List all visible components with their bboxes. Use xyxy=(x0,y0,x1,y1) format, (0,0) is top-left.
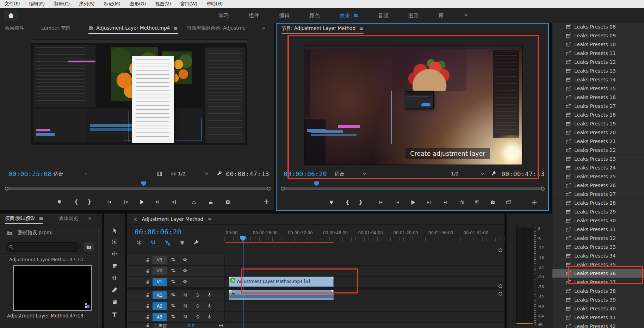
razor-tool[interactable] xyxy=(110,261,119,271)
effects-preset-item[interactable]: Leaks Presets 23 xyxy=(552,155,644,163)
scrollbar-knob-right[interactable] xyxy=(541,187,545,191)
export-frame-button[interactable] xyxy=(223,197,232,206)
menu-item[interactable]: 窗口(W) xyxy=(175,1,202,7)
mark-out-button[interactable]: } xyxy=(356,198,365,207)
menu-item[interactable]: 编辑(E) xyxy=(25,1,49,7)
project-file-row[interactable]: 测试预设.prproj xyxy=(6,230,52,236)
tab-panel-0[interactable]: 效果控件 xyxy=(5,23,24,33)
effects-preset-item[interactable]: Leaks Presets 30 xyxy=(552,216,644,225)
lift-button[interactable] xyxy=(457,198,466,207)
workspace-tab-颜色[interactable]: 颜色 xyxy=(299,12,330,19)
scroll-handle[interactable] xyxy=(499,284,502,288)
go-to-in-button[interactable] xyxy=(376,198,385,207)
track-lane[interactable] xyxy=(224,312,504,322)
settings-wrench-icon[interactable] xyxy=(216,171,222,177)
lock-open-icon[interactable] xyxy=(145,323,150,328)
track-target-V2[interactable]: V2 xyxy=(153,267,167,275)
source-zoom-scrollbar[interactable] xyxy=(6,187,269,190)
effects-preset-item[interactable]: Leaks Presets 33 xyxy=(552,243,644,252)
track-target-A2[interactable]: A2 xyxy=(153,302,167,310)
program-video-frame[interactable]: Create adjustment layer xyxy=(304,45,522,165)
source-video-frame[interactable] xyxy=(31,39,247,144)
effects-preset-item[interactable]: Leaks Presets 26 xyxy=(552,181,644,190)
lock-open-icon[interactable] xyxy=(145,303,150,309)
sync-lock-icon[interactable] xyxy=(171,314,176,320)
marker-button[interactable] xyxy=(327,198,336,207)
lock-open-icon[interactable] xyxy=(145,292,150,298)
add-button[interactable]: + xyxy=(530,198,539,207)
step-forward-button[interactable] xyxy=(425,198,434,207)
project-scrollbar[interactable] xyxy=(98,228,100,326)
slip-tool[interactable] xyxy=(110,273,119,283)
menu-item[interactable]: 帮助(H) xyxy=(202,1,227,7)
workspace-tab-编辑[interactable]: 编辑 xyxy=(269,12,299,19)
drag-video-icon[interactable] xyxy=(156,171,162,177)
effects-preset-item[interactable]: Leaks Presets 14 xyxy=(552,75,644,84)
settings-wrench-icon[interactable] xyxy=(491,171,497,177)
effects-preset-item-selected[interactable]: Leaks Presets 36 xyxy=(552,269,644,278)
marker-button[interactable] xyxy=(55,197,64,206)
add-button[interactable]: + xyxy=(262,197,271,206)
menu-item[interactable]: 序列(S) xyxy=(74,1,99,7)
effects-preset-item[interactable]: Leaks Presets 11 xyxy=(552,49,644,58)
effects-preset-item[interactable]: Leaks Presets 17 xyxy=(552,102,644,111)
sync-lock-icon[interactable] xyxy=(171,292,176,298)
home-button[interactable] xyxy=(4,10,18,21)
mic-icon[interactable] xyxy=(207,292,212,298)
bowtie-icon[interactable] xyxy=(218,323,223,328)
panel-menu-icon[interactable] xyxy=(39,216,43,221)
scroll-handle[interactable] xyxy=(499,292,502,296)
eye-icon[interactable] xyxy=(182,279,188,284)
sync-lock-icon[interactable] xyxy=(171,268,176,273)
project-list-item[interactable]: Adjustment Layer Metho... 47:13 xyxy=(0,255,97,264)
workspace-tab-图形[interactable]: 图形 xyxy=(398,12,429,19)
eye-icon[interactable] xyxy=(182,268,188,273)
mute-button[interactable]: M xyxy=(182,292,188,298)
eye-icon[interactable] xyxy=(182,257,188,262)
effects-preset-item[interactable]: Leaks Presets 24 xyxy=(552,163,644,172)
effects-preset-item[interactable]: Leaks Presets 18 xyxy=(552,111,644,119)
go-to-out-button[interactable] xyxy=(169,197,179,206)
nest-icon[interactable] xyxy=(136,240,142,246)
chevron-down-icon[interactable] xyxy=(204,172,209,176)
track-target-V3[interactable]: V3 xyxy=(153,256,167,264)
source-zoom-select[interactable]: 适合 xyxy=(54,171,63,177)
effects-preset-item[interactable]: Leaks Presets 13 xyxy=(552,67,644,75)
program-resolution-select[interactable]: 1/2 xyxy=(451,171,459,177)
effects-preset-item[interactable]: Leaks Presets 27 xyxy=(552,190,644,199)
effects-preset-item[interactable]: Leaks Presets 16 xyxy=(552,93,644,102)
scrollbar-knob-right[interactable] xyxy=(267,187,271,191)
insert-button[interactable] xyxy=(189,197,198,206)
scrollbar-knob-left[interactable] xyxy=(5,187,8,191)
tab-media-browser[interactable]: 媒体浏览 xyxy=(59,213,82,223)
search-input[interactable] xyxy=(16,244,70,250)
track-lane[interactable] xyxy=(224,301,504,311)
workspace-tab-效果[interactable]: 效果 xyxy=(330,12,368,19)
program-playhead-marker[interactable] xyxy=(314,181,319,186)
tab-project[interactable]: 项目:测试预设 xyxy=(5,213,43,224)
program-zoom-scrollbar[interactable] xyxy=(282,187,543,190)
effects-preset-item[interactable]: Leaks Presets 39 xyxy=(552,296,644,304)
program-timecode[interactable]: 00:00:06:20 xyxy=(284,170,327,178)
effects-preset-item[interactable]: Leaks Presets 42 xyxy=(552,322,644,328)
step-forward-button[interactable] xyxy=(153,197,162,206)
source-timecode[interactable]: 00:00:25:08 xyxy=(8,170,52,178)
menu-item[interactable]: 视图(V) xyxy=(150,1,175,7)
type-tool[interactable]: T xyxy=(110,310,119,320)
panel-menu-icon[interactable] xyxy=(173,26,178,31)
track-target-A3[interactable]: A3 xyxy=(153,313,167,321)
program-zoom-select[interactable]: 适合 xyxy=(335,171,344,177)
track-target-A1[interactable]: A1 xyxy=(153,291,167,299)
effects-preset-item[interactable]: Leaks Presets 41 xyxy=(552,313,644,322)
panel-menu-icon[interactable] xyxy=(359,26,364,31)
workspace-tab-学习[interactable]: 学习 xyxy=(209,12,239,19)
tab-source-monitor[interactable]: 源: Adjustment Layer Method.mp4 xyxy=(88,23,178,34)
source-tabs-overflow-button[interactable]: » xyxy=(262,23,265,33)
timeline-tab[interactable]: × Adjustment Layer Method xyxy=(127,213,504,225)
track-lane[interactable] xyxy=(224,255,504,265)
mark-out-button[interactable]: } xyxy=(85,197,94,206)
menu-item[interactable]: 标记(M) xyxy=(99,1,125,7)
source-playhead-marker[interactable] xyxy=(141,181,146,186)
effects-preset-item[interactable]: Leaks Presets 34 xyxy=(552,252,644,260)
effects-preset-item[interactable]: Leaks Presets 29 xyxy=(552,208,644,216)
